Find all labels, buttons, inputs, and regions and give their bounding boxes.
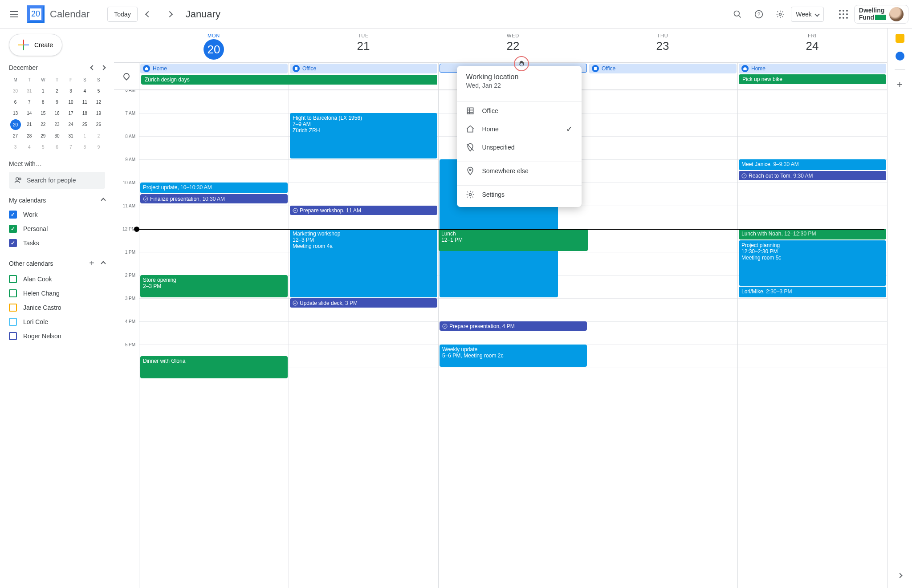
calendar-event[interactable]: Update slide deck, 3 PM — [290, 298, 437, 308]
popover-option[interactable]: Somewhere else — [457, 162, 582, 180]
mini-day[interactable]: 7 — [23, 97, 36, 107]
mini-day[interactable]: 17 — [65, 108, 77, 118]
day-column[interactable]: Project update, 10–10:30 AMFinalize pres… — [139, 90, 289, 588]
mini-day[interactable]: 9 — [50, 97, 63, 107]
mini-day[interactable]: 27 — [9, 131, 22, 141]
calendar-event[interactable]: Store opening2–3 PM — [140, 275, 288, 297]
allday-cell[interactable]: HomePick up new bike — [737, 63, 887, 89]
mini-calendar[interactable]: MTWTFSS303112345678910111213141516171819… — [9, 75, 114, 152]
mini-day[interactable]: 28 — [23, 131, 36, 141]
mini-day[interactable]: 6 — [9, 97, 22, 107]
mini-day[interactable]: 21 — [23, 119, 36, 130]
mini-day[interactable]: 31 — [65, 131, 77, 141]
allday-cell[interactable]: Office — [588, 63, 737, 89]
mini-day[interactable]: 26 — [92, 119, 105, 130]
location-chip[interactable]: Office — [589, 64, 737, 73]
mini-day[interactable]: 1 — [37, 86, 49, 96]
mini-day[interactable]: 4 — [78, 86, 91, 96]
mini-day[interactable]: 8 — [37, 97, 49, 107]
mini-day[interactable]: 19 — [92, 108, 105, 118]
settings-button[interactable] — [770, 4, 791, 25]
calendar-item[interactable]: Personal — [9, 222, 114, 236]
location-chip[interactable]: Home — [739, 64, 886, 73]
popover-option[interactable]: Unspecified — [457, 138, 582, 156]
mini-day[interactable]: 29 — [37, 131, 49, 141]
mini-day[interactable]: 14 — [23, 108, 36, 118]
mini-day[interactable]: 3 — [65, 86, 77, 96]
mini-day[interactable]: 12 — [92, 97, 105, 107]
mini-day[interactable]: 11 — [78, 97, 91, 107]
checkbox[interactable] — [9, 211, 17, 219]
checkbox[interactable] — [9, 239, 17, 247]
mini-day[interactable]: 2 — [92, 131, 105, 141]
calendar-event[interactable]: Prepare workshop, 11 AM — [290, 206, 437, 215]
checkbox[interactable] — [9, 304, 17, 312]
mini-day[interactable]: 30 — [50, 131, 63, 141]
allday-event[interactable]: Zürich design days — [141, 75, 437, 85]
calendar-event[interactable]: Finalize presentation, 10:30 AM — [140, 194, 288, 203]
calendar-event[interactable]: Marketing workshop12–3 PMMeeting room 4a — [290, 229, 437, 297]
apps-launcher[interactable] — [833, 4, 854, 25]
checkbox[interactable] — [9, 289, 17, 297]
prev-week-button[interactable] — [138, 4, 159, 25]
tasks-icon[interactable] — [896, 52, 904, 61]
org-badge[interactable]: Dwelling Fund — [854, 5, 908, 24]
calendar-item[interactable]: Alan Cook — [9, 272, 114, 286]
day-column[interactable]: Flight to Barcelona (LX 1956)7–9 AMZüric… — [289, 90, 438, 588]
collapse-panel-button[interactable] — [898, 571, 902, 579]
mini-day[interactable]: 13 — [9, 108, 22, 118]
calendar-item[interactable]: Work — [9, 207, 114, 222]
calendar-item[interactable]: Lori Cole — [9, 315, 114, 329]
day-header[interactable]: MON20 — [139, 28, 289, 62]
calendar-event[interactable]: Project planning12:30–2:30 PMMeeting roo… — [739, 240, 886, 286]
view-selector[interactable]: Week — [791, 7, 824, 22]
mini-day[interactable]: 23 — [50, 119, 63, 130]
day-column[interactable]: Meet Janice, 9–9:30 AMReach out to Tom, … — [737, 90, 887, 588]
mini-day[interactable]: 18 — [78, 108, 91, 118]
mini-prev-button[interactable] — [90, 65, 95, 70]
keep-icon[interactable] — [896, 34, 904, 43]
next-week-button[interactable] — [159, 4, 180, 25]
day-header[interactable]: FRI24 — [737, 28, 887, 62]
checkbox[interactable] — [9, 225, 17, 233]
other-calendars-toggle[interactable]: Other calendars + — [9, 258, 114, 268]
day-header[interactable]: THU23 — [588, 28, 737, 62]
mini-day[interactable]: 5 — [92, 86, 105, 96]
mini-day[interactable]: 2 — [50, 86, 63, 96]
mini-day[interactable]: 24 — [65, 119, 77, 130]
mini-day[interactable]: 9 — [92, 142, 105, 152]
checkbox[interactable] — [9, 275, 17, 283]
mini-day[interactable]: 31 — [23, 86, 36, 96]
add-addon-button[interactable]: + — [897, 79, 903, 90]
popover-option[interactable]: Home✓ — [457, 120, 582, 138]
my-calendars-toggle[interactable]: My calendars — [9, 197, 114, 204]
app-logo[interactable]: 20 Calendar — [27, 5, 90, 23]
calendar-event[interactable]: Project update, 10–10:30 AM — [140, 182, 288, 193]
calendar-event[interactable]: Prepare presentation, 4 PM — [440, 321, 587, 331]
help-button[interactable]: ? — [748, 4, 770, 25]
day-header[interactable]: TUE21 — [289, 28, 438, 62]
allday-cell[interactable]: HomeZürich design days — [139, 63, 289, 89]
popover-option[interactable]: Settings — [457, 186, 582, 203]
menu-button[interactable] — [4, 4, 25, 25]
calendar-event[interactable]: Reach out to Tom, 9:30 AM — [739, 171, 886, 180]
search-people-input[interactable]: Search for people — [9, 172, 105, 189]
calendar-event[interactable]: Lunch12–1 PM — [439, 229, 588, 251]
calendar-item[interactable]: Helen Chang — [9, 286, 114, 300]
mini-next-button[interactable] — [101, 65, 106, 70]
mini-day[interactable]: 8 — [78, 142, 91, 152]
create-button[interactable]: Create — [9, 34, 62, 56]
calendar-event[interactable]: Weekly update5–6 PM, Meeting room 2c — [440, 345, 587, 367]
allday-event[interactable]: Pick up new bike — [739, 74, 886, 84]
mini-day[interactable]: 1 — [78, 131, 91, 141]
calendar-event[interactable]: Lori/Mike, 2:30–3 PM — [739, 287, 886, 297]
mini-day[interactable]: 10 — [65, 97, 77, 107]
calendar-event[interactable]: Dinner with Gloria — [140, 356, 288, 378]
checkbox[interactable] — [9, 318, 17, 326]
popover-option[interactable]: Office — [457, 102, 582, 120]
mini-day[interactable]: 30 — [9, 86, 22, 96]
user-avatar[interactable] — [889, 7, 904, 21]
mini-day[interactable]: 16 — [50, 108, 63, 118]
day-header[interactable]: WED22 — [438, 28, 588, 62]
mini-day[interactable]: 5 — [37, 142, 49, 152]
